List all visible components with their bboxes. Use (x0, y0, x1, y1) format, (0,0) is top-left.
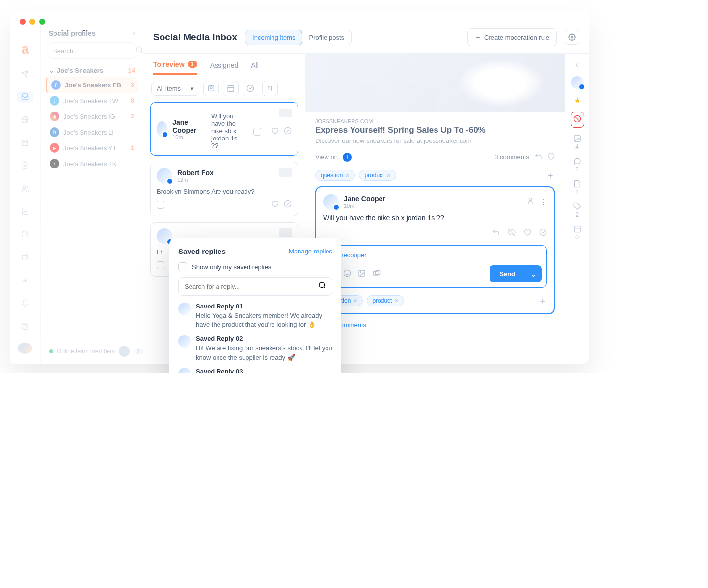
profile-item[interactable]: tJoe's Sneakers TW8 (46, 93, 138, 109)
profiles-search[interactable] (48, 42, 136, 59)
resolve-icon[interactable] (284, 200, 292, 210)
nav-calendar-icon[interactable] (17, 137, 33, 149)
profile-item[interactable]: ♪Joe's Sneakers TK (46, 156, 138, 171)
image-icon[interactable] (358, 269, 366, 279)
select-checkbox[interactable] (157, 201, 164, 209)
reply-composer[interactable]: @janecooper Send ⌄ (323, 245, 547, 288)
nav-inbox-icon[interactable] (17, 91, 33, 103)
profile-item[interactable]: inJoe's Sneakers LI (46, 124, 138, 140)
commenter-name: Jane Cooper (344, 195, 385, 203)
action-like-icon[interactable] (523, 228, 531, 238)
tag-count[interactable]: 2 (573, 202, 581, 218)
window-max[interactable] (39, 19, 45, 25)
select-checkbox[interactable] (253, 128, 261, 136)
media-count[interactable]: 4 (573, 135, 581, 150)
checkbox[interactable] (178, 262, 187, 271)
heart-icon[interactable] (271, 127, 279, 136)
filter-date-icon[interactable] (223, 81, 239, 96)
send-dropdown[interactable]: ⌄ (525, 265, 542, 282)
seg-posts[interactable]: Profile posts (302, 30, 351, 45)
sort-icon[interactable] (262, 81, 278, 96)
note-count[interactable]: 1 (573, 180, 581, 196)
nav-library-icon[interactable] (17, 252, 33, 264)
profile-count: 1 (131, 144, 134, 151)
remove-tag-icon[interactable]: ✕ (386, 172, 391, 179)
more-icon[interactable]: ⋮ (539, 197, 547, 207)
star-icon[interactable]: ★ (574, 96, 581, 105)
collapse-icon[interactable]: ‹ (133, 29, 135, 37)
settings-icon[interactable] (565, 30, 579, 45)
user-avatar[interactable] (18, 343, 32, 354)
tag-chip[interactable]: product✕ (367, 295, 404, 306)
remove-tag-icon[interactable]: ✕ (345, 172, 350, 179)
filter-user-icon[interactable] (203, 81, 219, 96)
message-card[interactable]: Jane Cooper10m Will you have the nike sb… (150, 102, 298, 156)
seg-incoming[interactable]: Incoming items (245, 30, 302, 45)
reply-search[interactable] (178, 277, 332, 296)
profiles-search-input[interactable] (53, 47, 136, 55)
contact-avatar[interactable] (571, 76, 584, 89)
collapse-right-icon[interactable]: ‹ (576, 60, 578, 69)
tab-count: 3 (188, 61, 197, 68)
online-members[interactable]: Online team members 2 (49, 346, 143, 357)
saved-reply-item[interactable]: Saved Reply 02 Hi! We are fixing our sne… (178, 335, 332, 362)
profile-item[interactable]: ▶Joe's Sneakers YT1 (46, 140, 138, 156)
send-button[interactable]: Send (490, 265, 525, 282)
profile-icon[interactable] (526, 197, 534, 207)
profile-item[interactable]: ◉Joe's Sneakers IG2 (46, 109, 138, 124)
nav-tasks-icon[interactable] (17, 160, 33, 172)
saved-reply-item[interactable]: Saved Reply 01 Hello Yoga & Sneakers mem… (178, 303, 332, 329)
comment-card: Jane Cooper 10m ⋮ Will you have the nike… (315, 186, 555, 314)
tab-label: All (251, 61, 259, 69)
select-checkbox[interactable] (157, 261, 164, 269)
heart-icon[interactable] (271, 200, 279, 210)
action-hide-icon[interactable] (508, 228, 516, 238)
schedule-count[interactable]: 0 (573, 225, 581, 241)
filter-check-icon[interactable] (243, 81, 258, 96)
show-mine-checkbox[interactable]: Show only my saved replies (178, 262, 332, 271)
create-rule-button[interactable]: ＋ Create moderation rule (467, 28, 557, 46)
tag-chip[interactable]: product✕ (359, 170, 396, 181)
nav-team-icon[interactable] (17, 182, 33, 195)
saved-reply-item[interactable]: Saved Reply 03 Good morning! Our offer e… (178, 368, 332, 373)
manage-replies-link[interactable]: Manage replies (289, 248, 332, 255)
window-close[interactable] (20, 19, 26, 25)
nav-dashboard-icon[interactable] (17, 228, 33, 241)
convo-count[interactable]: 2 (573, 157, 581, 173)
resolve-icon[interactable] (284, 127, 292, 136)
nav-notifications-icon[interactable] (17, 297, 33, 309)
logo: a (21, 41, 29, 57)
heart-icon[interactable] (547, 152, 555, 162)
remove-tag-icon[interactable]: ✕ (394, 298, 399, 304)
tab[interactable]: All (251, 60, 259, 75)
facebook-icon[interactable]: f (343, 153, 352, 162)
emoji-icon[interactable] (343, 269, 351, 279)
profile-group[interactable]: ⌄ Joe's Sneakers 14 (46, 64, 138, 77)
comments-count[interactable]: 3 comments (494, 153, 529, 161)
group-count: 14 (128, 67, 135, 74)
more-comments-link[interactable]: 2 more comments (305, 314, 565, 336)
nav-add-icon[interactable] (17, 274, 33, 286)
add-tag-icon[interactable]: ＋ (538, 295, 547, 307)
filter-select[interactable]: All items ▾ (151, 82, 199, 96)
tk-icon: ♪ (50, 159, 59, 168)
tag-chip[interactable]: question✕ (315, 170, 355, 181)
nav-compose-icon[interactable] (17, 68, 33, 80)
nav-help-icon[interactable] (17, 320, 33, 333)
action-reply-icon[interactable] (492, 228, 500, 238)
window-min[interactable] (29, 19, 35, 25)
reply-icon[interactable] (534, 152, 542, 162)
reply-search-input[interactable] (185, 283, 318, 290)
nav-analytics-icon[interactable] (17, 205, 33, 218)
profile-count: 8 (131, 97, 134, 104)
profile-item[interactable]: fJoe's Sneakers FB3 (46, 77, 138, 93)
add-tag-icon[interactable]: ＋ (546, 169, 555, 181)
nav-listen-icon[interactable] (17, 113, 33, 126)
remove-tag-icon[interactable]: ✕ (353, 298, 357, 304)
attach-icon[interactable] (373, 269, 381, 279)
tab[interactable]: To review3 (153, 60, 197, 75)
ban-icon[interactable] (571, 112, 584, 128)
tab[interactable]: Assigned (210, 60, 239, 75)
message-card[interactable]: Robert Fox12m Brooklyn Simmons Are you r… (150, 162, 298, 216)
action-resolve-icon[interactable] (539, 228, 547, 238)
